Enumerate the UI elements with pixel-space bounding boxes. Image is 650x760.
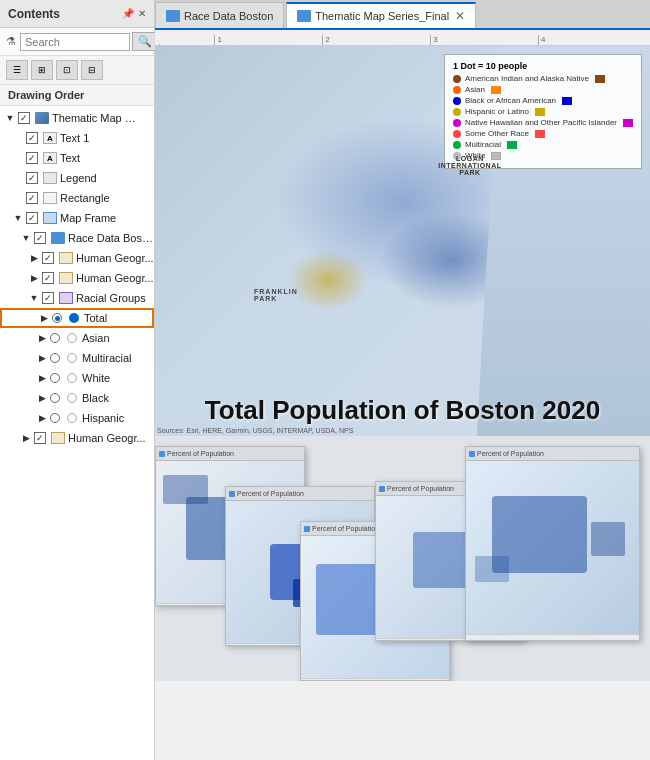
legend-dot-black [453,97,461,105]
layer-icon-text: A [42,151,58,165]
tree-item-thematic-map-series[interactable]: ▼ Thematic Map Series [0,108,154,128]
close-icon[interactable]: ✕ [138,8,146,19]
thumb-header-black: Percent of Population [226,487,374,501]
expand-arrow-racial: ▼ [28,292,40,304]
ruler-mark-1: 1 [214,35,322,45]
checkbox-human-geo3[interactable] [34,432,46,444]
tree-item-asian[interactable]: ▶ Asian [0,328,154,348]
legend-label-aian: American Indian and Alaska Native [465,74,589,83]
legend-title: 1 Dot = 10 people [453,61,633,71]
tab-thematic-map-final[interactable]: Thematic Map Series_Final ✕ [286,2,476,28]
tab-race-data-boston[interactable]: Race Data Boston [155,2,284,28]
airport-label: LOGANINTERNATIONALPARK [438,155,501,176]
checkbox-text1[interactable] [26,132,38,144]
layer-icon-legend [42,171,58,185]
checkbox-racial-groups[interactable] [42,292,54,304]
thumb-header-text: Percent of Population [167,450,234,457]
tree-item-text1[interactable]: A Text 1 [0,128,154,148]
tab-label-thematic: Thematic Map Series_Final [315,10,449,22]
layer-icon-hispanic [64,411,80,425]
thumb-label-asian: Asian Population of Boston 2020 [469,640,594,641]
checkbox-human-geo1[interactable] [42,252,54,264]
tree-item-hispanic[interactable]: ▶ Hispanic [0,408,154,428]
layer-icon-human-geo2 [58,271,74,285]
tree-item-text[interactable]: A Text [0,148,154,168]
item-label-multiracial: Multiracial [82,352,132,364]
search-input[interactable] [20,33,130,51]
layer-icon-map-frame [42,211,58,225]
item-label-rectangle: Rectangle [60,192,110,204]
legend-label-nhpi: Native Hawaiian and Other Pacific Island… [465,118,617,127]
toolbar-options-icon[interactable]: ⊟ [81,60,103,80]
pin-icon[interactable]: 📌 [122,8,134,19]
legend-row-multi: Multiracial [453,140,633,149]
item-label-text: Text [60,152,80,164]
radio-black[interactable] [50,393,60,403]
tree-item-rectangle[interactable]: Rectangle [0,188,154,208]
tree-item-legend[interactable]: Legend [0,168,154,188]
toolbar-source-icon[interactable]: ⊞ [31,60,53,80]
thumb-header-dot2 [229,491,235,497]
main-area: Race Data Boston Thematic Map Series_Fin… [155,0,650,760]
toolbar-filter-icon[interactable]: ⊡ [56,60,78,80]
expand-arrow-racedata: ▼ [20,232,32,244]
ruler-marks: 1 2 3 4 [155,30,650,45]
tree-item-human-geo3[interactable]: ▶ Human Geogr... [0,428,154,448]
item-label-map-frame: Map Frame [60,212,116,224]
tree-item-racial-groups[interactable]: ▼ Racial Groups [0,288,154,308]
map-view[interactable]: 1 Dot = 10 people American Indian and Al… [155,46,650,436]
layer-icon-total [66,311,82,325]
search-bar: ⚗ 🔍 ▾ [0,28,154,56]
item-label-black: Black [82,392,109,404]
ruler: 1 2 3 4 [155,30,650,46]
filter-icon: ⚗ [6,35,16,48]
tree-item-human-geo1[interactable]: ▶ Human Geogr... [0,248,154,268]
legend-row-black: Black or African American [453,96,633,105]
legend-dot-nhpi [453,119,461,127]
item-label-thematic-map-series: Thematic Map Series [52,112,142,124]
tree-item-total[interactable]: ▶ Total [0,308,154,328]
item-label-legend: Legend [60,172,97,184]
park-label: FRANKLINPARK [254,288,298,302]
thumb-title-asian: Asian Population of Boston 2020 [466,634,639,641]
checkbox-text[interactable] [26,152,38,164]
layer-icon-human-geo3 [50,431,66,445]
expand-arrow: ▼ [4,112,16,124]
layer-icon-racial-groups [58,291,74,305]
layer-icon-asian [64,331,80,345]
tree-item-white[interactable]: ▶ White [0,368,154,388]
thumbnail-asian[interactable]: Percent of Population Asian Population o… [465,446,640,641]
tree-item-map-frame[interactable]: ▼ Map Frame [0,208,154,228]
thumb-header-text5: Percent of Population [477,450,544,457]
legend-row-hispanic: Hispanic or Latino [453,107,633,116]
item-label-total: Total [84,312,107,324]
thumb-header-text4: Percent of Population [387,485,454,492]
tree-item-black[interactable]: ▶ Black [0,388,154,408]
checkbox-race-data[interactable] [34,232,46,244]
layer-icon-text1: A [42,131,58,145]
checkbox-legend[interactable] [26,172,38,184]
radio-hispanic[interactable] [50,413,60,423]
tab-close-button[interactable]: ✕ [455,9,465,23]
checkbox-rectangle[interactable] [26,192,38,204]
radio-total[interactable] [52,313,62,323]
radio-multiracial[interactable] [50,353,60,363]
checkbox-human-geo2[interactable] [42,272,54,284]
ruler-mark-4: 4 [538,35,646,45]
item-label-text1: Text 1 [60,132,89,144]
legend-dot-asian [453,86,461,94]
legend-label-multi: Multiracial [465,140,501,149]
layer-icon-race-data [50,231,66,245]
radio-white[interactable] [50,373,60,383]
checkbox-map-frame[interactable] [26,212,38,224]
legend-row-other: Some Other Race [453,129,633,138]
tree-item-human-geo2[interactable]: ▶ Human Geogr... [0,268,154,288]
tree-item-multiracial[interactable]: ▶ Multiracial [0,348,154,368]
tree-item-race-data[interactable]: ▼ Race Data Bosto... [0,228,154,248]
legend-label-other: Some Other Race [465,129,529,138]
checkbox-thematic-map-series[interactable] [18,112,30,124]
item-label-hispanic: Hispanic [82,412,124,424]
toolbar-list-icon[interactable]: ☰ [6,60,28,80]
item-label-white: White [82,372,110,384]
radio-asian[interactable] [50,333,60,343]
